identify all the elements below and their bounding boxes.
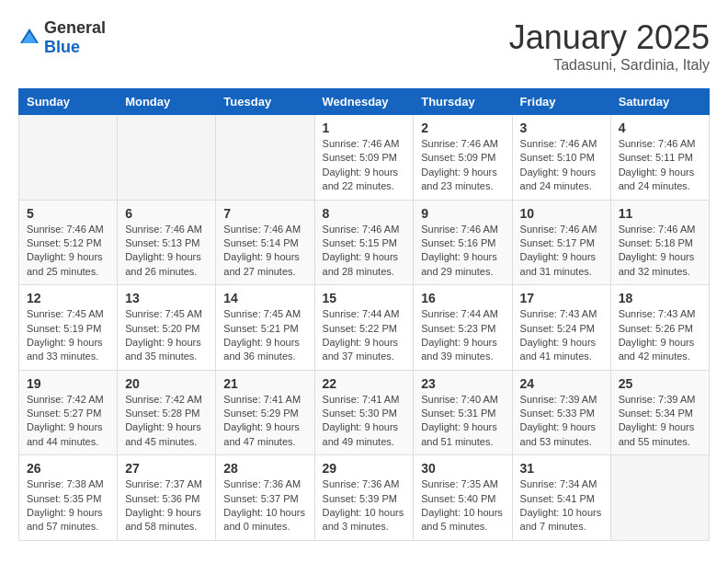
weekday-header-friday: Friday <box>512 89 610 115</box>
title-area: January 2025 Tadasuni, Sardinia, Italy <box>509 18 710 74</box>
day-info: Sunrise: 7:45 AM Sunset: 5:20 PM Dayligh… <box>125 307 208 364</box>
calendar-cell: 5Sunrise: 7:46 AM Sunset: 5:12 PM Daylig… <box>19 200 118 285</box>
calendar-cell: 20Sunrise: 7:42 AM Sunset: 5:28 PM Dayli… <box>118 370 216 455</box>
day-info: Sunrise: 7:46 AM Sunset: 5:09 PM Dayligh… <box>323 137 406 194</box>
day-info: Sunrise: 7:35 AM Sunset: 5:40 PM Dayligh… <box>421 477 504 534</box>
day-info: Sunrise: 7:36 AM Sunset: 5:37 PM Dayligh… <box>223 477 306 534</box>
day-info: Sunrise: 7:46 AM Sunset: 5:15 PM Dayligh… <box>323 223 406 280</box>
calendar-cell: 12Sunrise: 7:45 AM Sunset: 5:19 PM Dayli… <box>19 285 118 371</box>
day-info: Sunrise: 7:34 AM Sunset: 5:41 PM Dayligh… <box>520 477 603 534</box>
calendar-cell: 27Sunrise: 7:37 AM Sunset: 5:36 PM Dayli… <box>118 455 216 541</box>
logo-icon <box>18 27 40 49</box>
day-number: 9 <box>421 206 504 221</box>
calendar-row: 5Sunrise: 7:46 AM Sunset: 5:12 PM Daylig… <box>19 200 710 285</box>
day-info: Sunrise: 7:46 AM Sunset: 5:17 PM Dayligh… <box>520 223 603 280</box>
calendar-cell: 31Sunrise: 7:34 AM Sunset: 5:41 PM Dayli… <box>512 455 610 541</box>
day-info: Sunrise: 7:45 AM Sunset: 5:19 PM Dayligh… <box>27 307 109 364</box>
day-number: 8 <box>323 206 406 221</box>
day-info: Sunrise: 7:40 AM Sunset: 5:31 PM Dayligh… <box>421 393 504 450</box>
day-number: 2 <box>421 121 504 135</box>
day-number: 22 <box>323 376 406 391</box>
day-info: Sunrise: 7:39 AM Sunset: 5:33 PM Dayligh… <box>520 393 603 450</box>
day-number: 28 <box>223 461 306 476</box>
calendar-cell: 21Sunrise: 7:41 AM Sunset: 5:29 PM Dayli… <box>216 370 314 455</box>
calendar-cell: 23Sunrise: 7:40 AM Sunset: 5:31 PM Dayli… <box>414 370 512 455</box>
day-info: Sunrise: 7:46 AM Sunset: 5:16 PM Dayligh… <box>421 223 504 280</box>
day-number: 12 <box>27 291 109 305</box>
day-number: 10 <box>520 206 603 221</box>
month-title: January 2025 <box>509 18 710 57</box>
day-info: Sunrise: 7:45 AM Sunset: 5:21 PM Dayligh… <box>223 307 306 364</box>
weekday-header-row: SundayMondayTuesdayWednesdayThursdayFrid… <box>19 89 710 115</box>
calendar-cell: 22Sunrise: 7:41 AM Sunset: 5:30 PM Dayli… <box>314 370 414 455</box>
day-info: Sunrise: 7:46 AM Sunset: 5:11 PM Dayligh… <box>619 137 701 194</box>
calendar-cell: 26Sunrise: 7:38 AM Sunset: 5:35 PM Dayli… <box>19 455 118 541</box>
day-info: Sunrise: 7:41 AM Sunset: 5:30 PM Dayligh… <box>323 393 406 450</box>
day-number: 30 <box>421 461 504 476</box>
day-info: Sunrise: 7:43 AM Sunset: 5:24 PM Dayligh… <box>520 307 603 364</box>
calendar-cell: 11Sunrise: 7:46 AM Sunset: 5:18 PM Dayli… <box>610 200 709 285</box>
calendar-cell: 6Sunrise: 7:46 AM Sunset: 5:13 PM Daylig… <box>118 200 216 285</box>
day-number: 3 <box>520 121 603 135</box>
calendar-cell: 9Sunrise: 7:46 AM Sunset: 5:16 PM Daylig… <box>414 200 512 285</box>
calendar-cell: 13Sunrise: 7:45 AM Sunset: 5:20 PM Dayli… <box>118 285 216 371</box>
calendar-row: 12Sunrise: 7:45 AM Sunset: 5:19 PM Dayli… <box>19 285 710 371</box>
calendar-cell <box>216 115 314 201</box>
day-number: 13 <box>125 291 208 305</box>
day-info: Sunrise: 7:46 AM Sunset: 5:10 PM Dayligh… <box>520 137 603 194</box>
day-number: 23 <box>421 376 504 391</box>
calendar-cell: 28Sunrise: 7:36 AM Sunset: 5:37 PM Dayli… <box>216 455 314 541</box>
day-number: 27 <box>125 461 208 476</box>
day-number: 11 <box>619 206 701 221</box>
calendar-cell: 15Sunrise: 7:44 AM Sunset: 5:22 PM Dayli… <box>314 285 414 371</box>
day-number: 19 <box>27 376 109 391</box>
day-info: Sunrise: 7:46 AM Sunset: 5:18 PM Dayligh… <box>619 223 701 280</box>
calendar-cell: 7Sunrise: 7:46 AM Sunset: 5:14 PM Daylig… <box>216 200 314 285</box>
calendar: SundayMondayTuesdayWednesdayThursdayFrid… <box>18 88 710 541</box>
header: General Blue January 2025 Tadasuni, Sard… <box>18 18 710 74</box>
day-info: Sunrise: 7:39 AM Sunset: 5:34 PM Dayligh… <box>619 393 701 450</box>
calendar-cell: 2Sunrise: 7:46 AM Sunset: 5:09 PM Daylig… <box>414 115 512 201</box>
calendar-cell: 18Sunrise: 7:43 AM Sunset: 5:26 PM Dayli… <box>610 285 709 371</box>
day-number: 5 <box>27 206 109 221</box>
day-info: Sunrise: 7:46 AM Sunset: 5:13 PM Dayligh… <box>125 223 208 280</box>
calendar-cell: 29Sunrise: 7:36 AM Sunset: 5:39 PM Dayli… <box>314 455 414 541</box>
day-info: Sunrise: 7:46 AM Sunset: 5:09 PM Dayligh… <box>421 137 504 194</box>
calendar-cell: 17Sunrise: 7:43 AM Sunset: 5:24 PM Dayli… <box>512 285 610 371</box>
day-info: Sunrise: 7:46 AM Sunset: 5:12 PM Dayligh… <box>27 223 109 280</box>
day-info: Sunrise: 7:37 AM Sunset: 5:36 PM Dayligh… <box>125 477 208 534</box>
day-number: 29 <box>323 461 406 476</box>
weekday-header-wednesday: Wednesday <box>314 89 414 115</box>
day-number: 31 <box>520 461 603 476</box>
calendar-row: 19Sunrise: 7:42 AM Sunset: 5:27 PM Dayli… <box>19 370 710 455</box>
day-number: 6 <box>125 206 208 221</box>
calendar-cell: 24Sunrise: 7:39 AM Sunset: 5:33 PM Dayli… <box>512 370 610 455</box>
calendar-cell <box>610 455 709 541</box>
calendar-cell: 25Sunrise: 7:39 AM Sunset: 5:34 PM Dayli… <box>610 370 709 455</box>
calendar-cell: 1Sunrise: 7:46 AM Sunset: 5:09 PM Daylig… <box>314 115 414 201</box>
calendar-cell: 16Sunrise: 7:44 AM Sunset: 5:23 PM Dayli… <box>414 285 512 371</box>
calendar-cell <box>118 115 216 201</box>
day-info: Sunrise: 7:46 AM Sunset: 5:14 PM Dayligh… <box>223 223 306 280</box>
logo: General Blue <box>18 18 106 57</box>
calendar-row: 26Sunrise: 7:38 AM Sunset: 5:35 PM Dayli… <box>19 455 710 541</box>
day-number: 7 <box>223 206 306 221</box>
day-number: 1 <box>323 121 406 135</box>
day-number: 25 <box>619 376 701 391</box>
day-number: 26 <box>27 461 109 476</box>
day-info: Sunrise: 7:42 AM Sunset: 5:28 PM Dayligh… <box>125 393 208 450</box>
logo-blue-text: Blue <box>44 38 80 56</box>
day-number: 21 <box>223 376 306 391</box>
weekday-header-tuesday: Tuesday <box>216 89 314 115</box>
day-info: Sunrise: 7:44 AM Sunset: 5:23 PM Dayligh… <box>421 307 504 364</box>
day-number: 14 <box>223 291 306 305</box>
day-info: Sunrise: 7:36 AM Sunset: 5:39 PM Dayligh… <box>323 477 406 534</box>
calendar-row: 1Sunrise: 7:46 AM Sunset: 5:09 PM Daylig… <box>19 115 710 201</box>
weekday-header-monday: Monday <box>118 89 216 115</box>
day-info: Sunrise: 7:42 AM Sunset: 5:27 PM Dayligh… <box>27 393 109 450</box>
day-number: 20 <box>125 376 208 391</box>
calendar-cell: 30Sunrise: 7:35 AM Sunset: 5:40 PM Dayli… <box>414 455 512 541</box>
weekday-header-sunday: Sunday <box>19 89 118 115</box>
day-number: 17 <box>520 291 603 305</box>
weekday-header-thursday: Thursday <box>414 89 512 115</box>
